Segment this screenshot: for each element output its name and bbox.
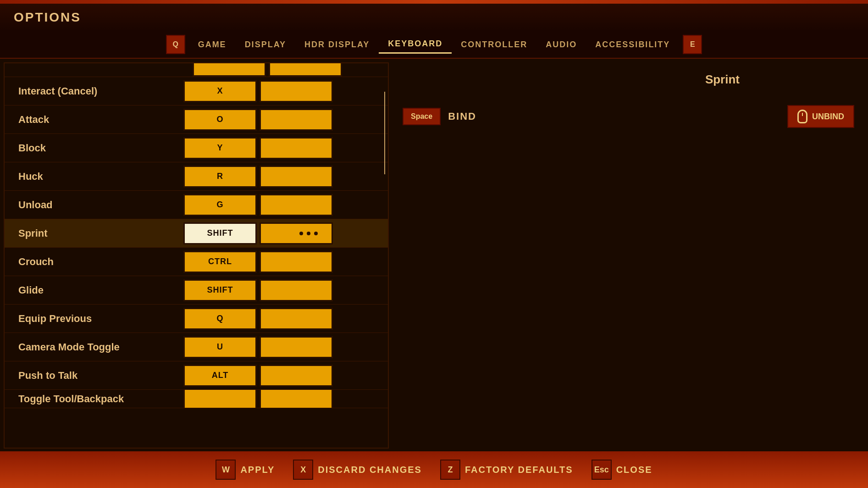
action-label: Toggle Tool/Backpack [9, 393, 183, 405]
secondary-key-btn[interactable] [260, 251, 333, 273]
table-row: Glide Shift [5, 276, 388, 305]
selected-action-title: Sprint [705, 72, 740, 87]
discard-label: DISCARD CHANGES [318, 465, 422, 475]
drag-handle [299, 232, 318, 235]
table-row: Block Y [5, 134, 388, 162]
drag-dot [299, 232, 303, 235]
table-row: Unload G [5, 191, 388, 219]
table-row-partial: Toggle Tool/Backpack [5, 390, 388, 408]
top-bar [0, 0, 868, 4]
bind-section: Space BIND UNBIND [403, 105, 854, 128]
tab-display[interactable]: DISPLAY [236, 36, 295, 53]
drag-dot [314, 232, 318, 235]
table-row: Interact (Cancel) X [5, 77, 388, 105]
action-label: Equip Previous [9, 313, 183, 325]
close-label: CLOSE [616, 465, 652, 475]
primary-key-btn[interactable]: Q [183, 308, 257, 330]
action-label: Glide [9, 284, 183, 296]
page-title: OPTIONS [14, 10, 81, 25]
partial-top-row [5, 63, 388, 77]
tab-hdr-display[interactable]: HDR DISPLAY [295, 36, 379, 53]
right-panel: Sprint Space BIND UNBIND [389, 59, 868, 449]
primary-key-btn[interactable]: X [183, 80, 257, 102]
main-content: Interact (Cancel) X Attack O Block Y Huc… [0, 59, 868, 449]
primary-key-btn[interactable]: Shift [183, 222, 257, 244]
action-label: Crouch [9, 256, 183, 268]
partial-key-secondary [269, 63, 342, 77]
secondary-key-btn[interactable] [260, 166, 333, 188]
table-row: Crouch Ctrl [5, 248, 388, 276]
factory-defaults-button[interactable]: Z FACTORY DEFAULTS [440, 460, 573, 480]
tab-keyboard[interactable]: KEYBOARD [379, 35, 452, 54]
table-row: Equip Previous Q [5, 305, 388, 333]
action-label: Block [9, 142, 183, 154]
primary-key-btn[interactable]: Ctrl [183, 251, 257, 273]
action-label: Attack [9, 114, 183, 126]
apply-label: APPLY [240, 465, 275, 475]
secondary-key-btn[interactable] [260, 279, 333, 301]
action-label: Interact (Cancel) [9, 85, 183, 97]
close-button[interactable]: Esc CLOSE [592, 460, 652, 480]
apply-button[interactable]: W APPLY [216, 460, 275, 480]
secondary-key-btn[interactable] [260, 365, 333, 387]
table-row: Huck R [5, 162, 388, 191]
secondary-key-btn[interactable] [260, 109, 333, 131]
tab-audio[interactable]: AUDIO [536, 36, 586, 53]
primary-key-btn[interactable]: Shift [183, 279, 257, 301]
table-row: Camera Mode Toggle U [5, 333, 388, 361]
nav-left-icon[interactable]: Q [166, 35, 185, 54]
secondary-key-btn[interactable] [260, 308, 333, 330]
primary-key-btn[interactable]: G [183, 194, 257, 216]
action-label: Push to Talk [9, 370, 183, 382]
secondary-key-btn[interactable] [260, 222, 333, 244]
divider [384, 92, 385, 174]
primary-key-btn[interactable]: R [183, 166, 257, 188]
primary-key-btn[interactable]: Y [183, 137, 257, 159]
tab-accessibility[interactable]: ACCESSIBILITY [586, 36, 679, 53]
action-label: Huck [9, 171, 183, 183]
unbind-label: UNBIND [812, 112, 844, 122]
tab-controller[interactable]: CONTROLLER [452, 36, 536, 53]
secondary-key-btn[interactable] [260, 137, 333, 159]
discard-button[interactable]: X DISCARD CHANGES [293, 460, 422, 480]
tab-game[interactable]: GAME [189, 36, 236, 53]
factory-key: Z [440, 460, 460, 480]
action-label: Sprint [9, 227, 183, 239]
action-label: Unload [9, 199, 183, 211]
table-row-selected: Sprint Shift [5, 219, 388, 248]
nav-right-icon[interactable]: E [683, 35, 702, 54]
primary-key-btn[interactable] [183, 390, 257, 408]
secondary-key-btn[interactable] [260, 194, 333, 216]
header: OPTIONS [0, 4, 868, 31]
close-key: Esc [592, 460, 612, 480]
secondary-key-btn[interactable] [260, 336, 333, 358]
nav-tabs: Q GAME DISPLAY HDR DISPLAY KEYBOARD CONT… [0, 31, 868, 59]
factory-label: FACTORY DEFAULTS [465, 465, 573, 475]
secondary-key-btn[interactable] [260, 80, 333, 102]
drag-dot [307, 232, 310, 235]
table-row: Attack O [5, 105, 388, 134]
secondary-key-btn[interactable] [260, 390, 333, 408]
apply-key: W [216, 460, 236, 480]
mouse-icon [797, 110, 807, 123]
primary-key-btn[interactable]: U [183, 336, 257, 358]
bind-label: BIND [448, 111, 476, 122]
keybindings-panel: Interact (Cancel) X Attack O Block Y Huc… [4, 62, 389, 449]
discard-key: X [293, 460, 313, 480]
primary-key-btn[interactable]: O [183, 109, 257, 131]
unbind-button[interactable]: UNBIND [787, 105, 854, 128]
primary-key-btn[interactable]: Alt [183, 365, 257, 387]
partial-key-primary [193, 63, 266, 77]
table-row: Push to Talk Alt [5, 361, 388, 390]
current-key-badge: Space [403, 108, 441, 125]
bottom-bar: W APPLY X DISCARD CHANGES Z FACTORY DEFA… [0, 451, 868, 488]
action-label: Camera Mode Toggle [9, 341, 183, 353]
